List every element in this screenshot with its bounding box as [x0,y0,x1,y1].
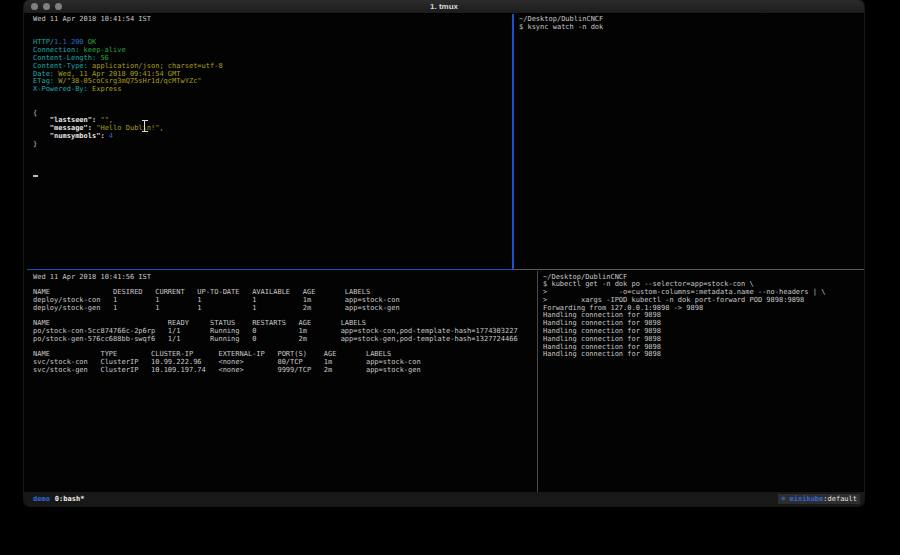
terminal-line: $ ksync watch -n dok [519,24,864,32]
tmux-content: Wed 11 Apr 2018 10:41:54 IST HTTP/1.1 20… [24,14,864,492]
tmux-status-bar: demo0:bash* ☸ minikube:default [24,492,864,506]
json-brace: { [33,109,37,117]
header-name: ETag: [33,77,54,85]
pane-divider-vertical-top[interactable] [512,14,514,270]
pane-divider-horizontal-left[interactable] [27,269,514,271]
terminal-line: Wed 11 Apr 2018 10:41:54 IST [33,16,520,24]
blank-line [33,149,520,157]
json-brace: } [33,140,37,148]
header-value: 56 [100,54,108,62]
pane-divider-horizontal-right[interactable] [514,269,864,270]
header-name: Content-Length: [33,54,96,62]
blank-line [33,102,520,110]
http-version-status: 1.1 200 [54,38,84,46]
blank-line [33,94,520,102]
kube-namespace: :default [823,495,857,503]
pane-port-forward[interactable]: ~/Desktop/DublinCNCF$ kubectl get -n dok… [539,271,864,492]
window-titlebar[interactable]: 1. tmux [24,0,864,14]
json-field-line: "numsymbols": 4 [33,133,520,141]
window-title: 1. tmux [24,1,864,13]
header-name: Content-Type: [33,62,88,70]
status-right: ☸ minikube:default [778,494,860,504]
status-left: demo0:bash* [33,492,84,506]
pane-kubectl-get[interactable]: Wed 11 Apr 2018 10:41:56 IST NAME DESIRE… [24,271,545,492]
terminal-line: Wed 11 Apr 2018 10:41:56 IST [33,274,545,282]
kube-context: minikube [790,495,824,503]
prompt-line [33,172,520,180]
window-tab[interactable]: 0:bash* [55,495,85,503]
blank-line [33,32,520,40]
terminal-line: Handling connection for 9898 [543,351,864,359]
header-value: Wed, 11 Apr 2018 09:41:54 GMT [58,70,180,78]
json-key: "numsymbols": [33,132,105,140]
terminal-line: deploy/stock-gen 1 1 1 1 2m app=stock-ge… [33,305,545,313]
blank-line [33,156,520,164]
text-cursor [33,175,38,178]
header-value: application/json; charset=utf-8 [92,62,223,70]
json-value: "", [96,116,113,124]
timestamp-text: Wed 11 Apr 2018 10:41:54 IST [33,15,151,23]
http-proto: HTTP/ [33,38,54,46]
pane-http-response[interactable]: Wed 11 Apr 2018 10:41:54 IST HTTP/1.1 20… [24,14,520,270]
header-value: W/"38-05coCsrg3mQ75sHr1d/qcMTwYZc" [58,77,201,85]
http-reason: OK [88,38,96,46]
terminal-window: 1. tmux Wed 11 Apr 2018 10:41:54 IST HTT… [24,0,864,506]
json-value: 4 [105,132,113,140]
terminal-line: po/stock-gen-576cc688bb-swqf6 1/1 Runnin… [33,336,545,344]
mouse-ibeam-cursor [141,120,148,132]
pane-ksync-watch[interactable]: ~/Desktop/DublinCNCF$ ksync watch -n dok [515,14,864,270]
terminal-line: svc/stock-gen ClusterIP 10.109.197.74 <n… [33,367,545,375]
json-key: "message": [33,124,92,132]
json-key: "lastseen": [33,116,96,124]
http-header-line: X-Powered-By:Express [33,86,520,94]
blank-line [33,164,520,172]
json-brace-line: } [33,141,520,149]
header-name: Date: [33,70,54,78]
header-name: Connection: [33,46,79,54]
header-value: keep-alive [84,46,126,54]
header-name: X-Powered-By: [33,85,88,93]
pane-divider-vertical-bottom[interactable] [537,271,538,493]
blank-line [33,24,520,32]
session-name: demo [33,495,50,503]
header-value: Express [92,85,122,93]
json-value: "Hello Dublin!", [92,124,164,132]
